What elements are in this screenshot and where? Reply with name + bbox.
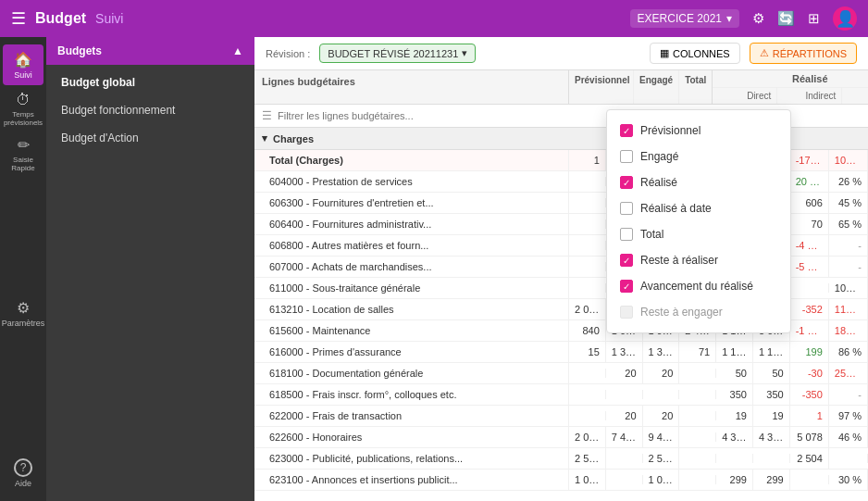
filter-icon: ☰ [262,109,272,122]
cell-total-real: 4 385 [753,427,790,447]
cell-line: 613210 - Location de salles [254,299,569,319]
columns-icon: ▦ [660,47,669,59]
cell-line: 623000 - Publicité, publications, relati… [254,448,569,469]
cell-prev [569,411,606,420]
cell-avance: 45 % [829,193,868,213]
exercise-selector[interactable]: EXERCICE 2021 ▾ [630,9,739,28]
dropdown-item-realise-date[interactable]: Réalisé à date [607,195,790,221]
cell-avance: 186 % [829,320,868,341]
dropdown-item-engage[interactable]: Engagé [607,144,790,169]
left-panel-header: Budgets ▲ [46,37,254,65]
cell-avance: 250 % [829,363,868,383]
sidebar-item-budget-fonctionnement[interactable]: Budget fonctionnement [46,96,254,124]
cell-reste [790,475,829,484]
cell-total-real: 350 [753,384,790,405]
cell-eng: 7 462 [606,427,643,447]
settings-icon[interactable]: ⚙ [752,10,764,27]
cell-eng: 20 [606,363,643,383]
dropdown-label-engage: Engagé [640,150,678,163]
toolbar: Révision : BUDGET RÉVISÉ 20211231 ▾ ▦ CO… [254,37,868,70]
cell-prev [569,369,606,378]
dropdown-item-reste-engager[interactable]: Reste à engager [607,299,790,325]
cell-avance: - [829,384,868,405]
checkbox-previsionnel[interactable]: ✓ [620,124,633,137]
cell-eng: 1 350 [606,342,643,362]
home-icon: 🏠 [14,51,32,69]
edit-icon: ✏ [18,136,30,154]
cell-line: 616000 - Primes d'assurance [254,342,569,362]
cell-line: 606800 - Autres matières et fourn... [254,235,569,256]
app-subtitle: Suivi [95,11,123,26]
checkbox-realise-date[interactable] [620,202,633,215]
menu-icon[interactable]: ☰ [11,8,26,29]
cell-direct [679,369,716,378]
chevron-up-icon: ▲ [232,44,243,57]
dropdown-label-total: Total [640,228,663,241]
header-total-prev: Total [679,70,713,104]
cell-reste: 5 078 [790,427,829,447]
cell-line: 618500 - Frais inscr. form°, colloques e… [254,384,569,405]
cell-reste: -17 921 [790,150,829,170]
repartitions-button[interactable]: ⚠ RÉPARTITIONS [750,43,857,64]
sidebar-item-params[interactable]: ⚙ Paramètres [3,294,43,334]
cell-prev [569,283,606,293]
cell-total: 2 504 [643,448,680,469]
checkbox-realise[interactable]: ✓ [620,176,633,189]
chevron-down-icon: ▾ [462,47,467,59]
cell-total: 9 462 [643,427,680,447]
checkbox-reste[interactable]: ✓ [620,254,633,267]
cell-avance: 46 % [829,427,868,447]
grid-icon[interactable]: ⊞ [808,10,820,27]
sidebar: 🏠 Suivi ⏱ Temps prévisionels ✏ Saisie Ra… [0,37,46,501]
cell-avance: - [829,235,868,256]
cell-reste: 1 [790,406,829,426]
colonnes-button[interactable]: ▦ COLONNES [650,43,740,64]
dropdown-item-avancement[interactable]: ✓ Avancement du réalisé [607,273,790,299]
cell-avance: 65 % [829,214,868,234]
content-area: Révision : BUDGET RÉVISÉ 20211231 ▾ ▦ CO… [254,37,868,501]
sidebar-item-budget-action[interactable]: Budget d'Action [46,124,254,152]
warning-icon: ⚠ [760,47,769,59]
sidebar-item-suivi[interactable]: 🏠 Suivi [3,44,43,85]
table-row: 623100 - Annonces et insertions publicit… [254,470,868,491]
cell-reste: -350 [790,384,829,405]
user-icon[interactable]: 👤 [833,6,857,31]
sidebar-item-aide[interactable]: ? Aide [3,453,43,494]
sidebar-item-saisie[interactable]: ✏ Saisie Rapide [3,133,43,174]
sidebar-item-temps[interactable]: ⏱ Temps prévisionels [3,89,43,130]
header-direct: Direct [713,88,777,104]
cell-reste: 199 [790,342,829,362]
cell-avance: 105 % [829,150,868,170]
cell-reste [790,283,829,293]
dropdown-item-reste[interactable]: ✓ Reste à réaliser [607,247,790,273]
cell-prev: 15 [569,342,606,362]
filter-input[interactable] [278,110,537,121]
cell-prev: 1 000 [569,470,606,490]
cell-line: 622600 - Honoraires [254,427,569,447]
dropdown-item-realise[interactable]: ✓ Réalisé [607,169,790,195]
cell-direct [679,432,716,442]
revision-selector[interactable]: BUDGET RÉVISÉ 20211231 ▾ [319,44,476,63]
cell-prev [569,177,606,186]
cell-line: 606300 - Fournitures d'entretien et... [254,193,569,213]
checkbox-engage[interactable] [620,150,633,163]
cell-reste: -30 [790,363,829,383]
sidebar-item-budget-global[interactable]: Budget global [46,69,254,96]
checkbox-reste-engager[interactable] [620,306,633,319]
cell-prev [569,390,606,399]
dropdown-item-previsionnel[interactable]: ✓ Prévisionnel [607,118,790,144]
refresh-icon[interactable]: 🔄 [777,10,795,27]
cell-line: 618100 - Documentation générale [254,363,569,383]
dropdown-label-avancement: Avancement du réalisé [640,280,753,293]
cell-prev: 2 504 [569,448,606,469]
cell-total: 1 365 [643,342,680,362]
cell-reste: -1 663 [790,320,829,341]
cell-total-real: 299 [753,470,790,490]
table-row: 618100 - Documentation générale 20 20 50… [254,363,868,384]
header-eng: Engagé [634,70,679,104]
left-panel-title: Budgets [57,44,102,57]
checkbox-total[interactable] [620,228,633,241]
cell-eng: 20 [606,406,643,426]
dropdown-item-total[interactable]: Total [607,221,790,247]
checkbox-avancement[interactable]: ✓ [620,280,633,293]
